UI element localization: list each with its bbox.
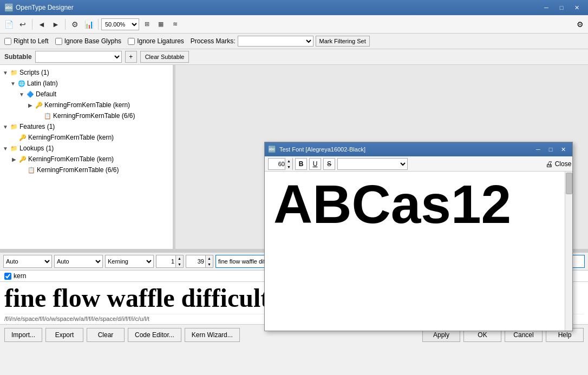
- zoom-extra-button[interactable]: ≋: [168, 18, 181, 31]
- zoom-mode-button[interactable]: ▦: [154, 18, 167, 31]
- tree-item-scripts[interactable]: ▼ 📁 Scripts (1): [0, 67, 173, 78]
- tree-item-kern-table2[interactable]: 📋 KerningFromKernTable (6/6): [0, 165, 173, 175]
- tree-item-kern1[interactable]: ▶ 🔑 KerningFromKernTable (kern): [0, 100, 173, 110]
- ignore-base-glyphs-checkbox[interactable]: [55, 38, 62, 45]
- kern-spinbox-1[interactable]: ▲ ▼: [156, 255, 184, 268]
- toolbar-separator-2: [65, 19, 66, 30]
- ignore-base-glyphs-label: Ignore Base Glyphs: [64, 37, 121, 45]
- right-to-left-label: Right to Left: [14, 37, 49, 45]
- font-size-up-button[interactable]: ▲: [285, 158, 292, 164]
- kern-spinbox-2[interactable]: ▲ ▼: [186, 255, 213, 268]
- kern-checkbox-kern[interactable]: kern: [4, 272, 26, 280]
- export-button[interactable]: Export: [45, 328, 83, 342]
- undo-button[interactable]: ↩: [16, 18, 29, 31]
- forward-button[interactable]: ►: [49, 18, 62, 31]
- kern-kern-label: kern: [14, 272, 26, 280]
- tree-expand-icon: [36, 113, 42, 119]
- process-marks-group: Process Marks: Mark Filtering Set: [191, 36, 370, 47]
- mark-filtering-button[interactable]: Mark Filtering Set: [316, 36, 370, 47]
- right-to-left-checkbox[interactable]: [4, 38, 11, 45]
- test-font-preview-text: ABCas12: [273, 177, 511, 231]
- kern1-label: KerningFromKernTable (kern): [44, 101, 130, 109]
- close-toolbar-button[interactable]: Close: [557, 158, 569, 170]
- kern-wizard-button[interactable]: Kern Wizard...: [185, 328, 240, 342]
- kern-feature-label: KerningFromKernTable (kern): [28, 134, 114, 141]
- tool2-button[interactable]: 📊: [82, 18, 95, 31]
- code-editor-button[interactable]: Code Editor...: [128, 328, 181, 342]
- back-button[interactable]: ◄: [35, 18, 48, 31]
- tree-expand-icon: ▼: [10, 81, 16, 87]
- kern-table1-label: KerningFromKernTable (6/6): [53, 112, 135, 120]
- subtable-bar: Subtable + Clear Subtable: [0, 49, 588, 65]
- toolbar-right: ⚙: [574, 18, 586, 30]
- test-font-toolbar: ▲ ▼ B U S 🖨 Close: [265, 156, 572, 172]
- kern-table2-icon: 📋: [27, 166, 36, 174]
- kern-spin-1-input[interactable]: [156, 255, 175, 267]
- app-icon: 🔤: [4, 3, 14, 12]
- zoom-fit-button[interactable]: ⊞: [140, 18, 153, 31]
- scripts-label: Scripts (1): [19, 69, 49, 76]
- kern-spin-2-down[interactable]: ▼: [205, 261, 213, 267]
- tree-item-kern-feature[interactable]: 🔑 KerningFromKernTable (kern): [0, 132, 173, 143]
- kern2-icon: 🔑: [18, 155, 27, 163]
- test-font-titlebar: 🔤 Test Font [Alegreya16002-Black] ─ □ ✕: [265, 142, 572, 156]
- lookups-icon: 📁: [10, 144, 18, 153]
- font-size-spinbox[interactable]: ▲ ▼: [268, 158, 293, 170]
- tree-item-default[interactable]: ▼ 🔷 Default: [0, 89, 173, 100]
- font-size-input[interactable]: [269, 159, 285, 169]
- ignore-base-glyphs-option[interactable]: Ignore Base Glyphs: [55, 37, 121, 45]
- import-button[interactable]: Import...: [4, 328, 42, 342]
- settings-button[interactable]: ⚙: [574, 18, 586, 30]
- font-size-down-button[interactable]: ▼: [285, 164, 292, 170]
- tree-expand-icon: ▶: [11, 156, 17, 162]
- test-font-maximize-button[interactable]: □: [545, 144, 557, 154]
- font-style-select[interactable]: [337, 158, 408, 170]
- kern-select-1[interactable]: Auto Manual: [3, 255, 52, 268]
- tree-item-lookups[interactable]: ▼ 📁 Lookups (1): [0, 143, 173, 154]
- minimize-button[interactable]: ─: [539, 2, 553, 13]
- kern-spin-1-up[interactable]: ▲: [175, 255, 183, 261]
- lookup-options-bar: Right to Left Ignore Base Glyphs Ignore …: [0, 34, 588, 49]
- kern-kern-checkbox[interactable]: [4, 273, 11, 280]
- tree-item-kern-table1[interactable]: 📋 KerningFromKernTable (6/6): [0, 110, 173, 121]
- clear-button[interactable]: Clear: [87, 328, 125, 342]
- test-font-icon: 🔤: [268, 146, 276, 153]
- window-controls: ─ □ ✕: [539, 2, 584, 13]
- kern1-icon: 🔑: [35, 101, 43, 109]
- kern-spin-1-down[interactable]: ▼: [175, 261, 183, 267]
- tree-expand-icon: ▼: [2, 70, 9, 76]
- test-font-window: 🔤 Test Font [Alegreya16002-Black] ─ □ ✕ …: [264, 142, 573, 331]
- kern-select-2[interactable]: Auto Manual: [54, 255, 103, 268]
- ignore-ligatures-option[interactable]: Ignore Ligatures: [128, 37, 184, 45]
- kern-select-3[interactable]: Kerning Tracking: [105, 255, 154, 268]
- bold-button[interactable]: B: [295, 158, 307, 170]
- clear-subtable-button[interactable]: Clear Subtable: [140, 51, 190, 63]
- tree-item-kern2[interactable]: ▶ 🔑 KerningFromKernTable (kern): [0, 154, 173, 165]
- kern-spin-2-buttons: ▲ ▼: [205, 255, 213, 267]
- font-size-spin-buttons: ▲ ▼: [285, 158, 292, 170]
- print-button[interactable]: 🖨: [543, 158, 555, 170]
- tree-item-latin[interactable]: ▼ 🌐 Latin (latn): [0, 78, 173, 89]
- subtable-select[interactable]: [35, 51, 122, 63]
- test-font-win-controls: ─ □ ✕: [532, 144, 569, 154]
- ignore-ligatures-label: Ignore Ligatures: [137, 37, 184, 45]
- underline-button[interactable]: U: [309, 158, 321, 170]
- kern-spin-2-up[interactable]: ▲: [205, 255, 213, 261]
- close-button[interactable]: ✕: [570, 2, 584, 13]
- tool1-button[interactable]: ⚙: [68, 18, 81, 31]
- test-font-scrollbar[interactable]: [565, 172, 572, 331]
- tree-item-features[interactable]: ▼ 📁 Features (1): [0, 121, 173, 132]
- right-to-left-option[interactable]: Right to Left: [4, 37, 49, 45]
- kern-table1-icon: 📋: [43, 111, 52, 120]
- process-marks-select[interactable]: [238, 36, 313, 47]
- toolbar-separator-3: [98, 19, 99, 30]
- maximize-button[interactable]: □: [554, 2, 569, 13]
- zoom-select[interactable]: 25.00% 50.00% 75.00% 100.00% 150.00% 200…: [101, 18, 139, 30]
- subtable-add-button[interactable]: +: [125, 51, 137, 63]
- test-font-minimize-button[interactable]: ─: [532, 144, 544, 154]
- new-button[interactable]: 📄: [2, 18, 15, 31]
- test-font-close-x-button[interactable]: ✕: [557, 144, 569, 154]
- kern-spin-2-input[interactable]: [186, 255, 205, 267]
- ignore-ligatures-checkbox[interactable]: [128, 38, 135, 45]
- strikethrough-button[interactable]: S: [323, 158, 335, 170]
